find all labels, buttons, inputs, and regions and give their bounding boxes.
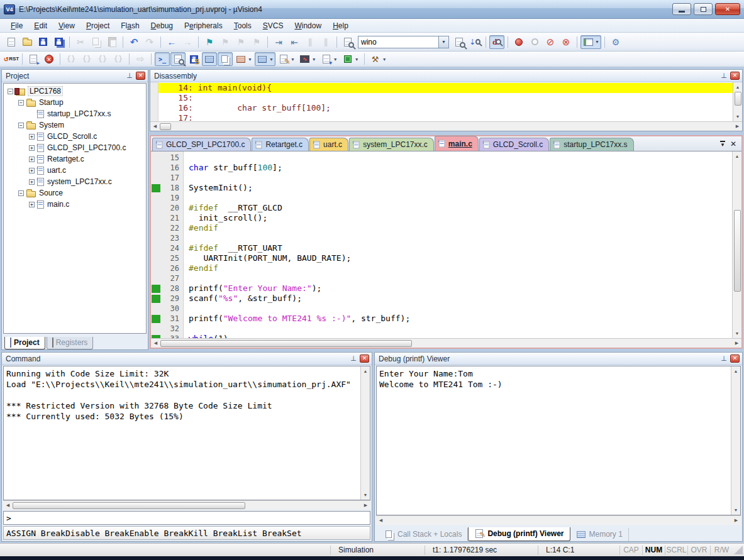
gutter-row[interactable]: 22 — [151, 223, 183, 233]
gutter-row[interactable]: 31 — [151, 314, 183, 324]
close-panel-button[interactable]: ✕ — [730, 354, 740, 363]
gutter-row[interactable]: 32 — [151, 324, 183, 334]
serial-windows-button[interactable]: ✎▼ — [276, 52, 297, 66]
menu-item-edit[interactable]: Edit — [28, 19, 53, 32]
gutter-row[interactable]: 23 — [151, 233, 183, 243]
gutter-row[interactable]: 24 — [151, 243, 183, 253]
save-button[interactable] — [35, 35, 50, 49]
find-in-files-2-button[interactable] — [452, 35, 467, 49]
viewer-vscrollbar[interactable]: ▲ ▼ — [731, 366, 740, 515]
open-file-button[interactable] — [19, 35, 35, 49]
gutter-row[interactable]: 26 — [151, 263, 183, 273]
new-file-button[interactable] — [4, 35, 19, 49]
editor-tab-startup-lpc17xx-s[interactable]: startup_LPC17xx.s — [550, 138, 633, 151]
debug-session-button[interactable]: d — [489, 35, 504, 49]
search-input[interactable] — [358, 36, 438, 48]
tree-item-system[interactable]: −System — [5, 119, 146, 131]
expand-icon[interactable]: + — [29, 134, 35, 140]
command-window-button[interactable]: >_ — [155, 52, 170, 66]
find-in-files-button[interactable] — [340, 35, 355, 49]
save-all-button[interactable] — [51, 35, 66, 49]
scroll-right-icon[interactable]: ▶ — [731, 516, 741, 525]
incremental-find-button[interactable]: ⇣ — [467, 35, 482, 49]
gutter-row[interactable]: 18 — [151, 183, 183, 193]
watch-windows-button[interactable]: ▼ — [233, 52, 254, 66]
system-viewer-button[interactable]: ▼ — [340, 52, 361, 66]
chevron-down-icon[interactable]: ▼ — [248, 57, 252, 62]
symbols-window-button[interactable]: S — [186, 52, 201, 66]
command-vscrollbar[interactable]: ▲ ▼ — [360, 366, 370, 500]
disassembly-lines[interactable]: 14: int main(void){ 15: 16: char str_buf… — [158, 82, 733, 121]
scroll-right-icon[interactable]: ▶ — [732, 339, 741, 348]
configure-button[interactable]: ⚙ — [608, 35, 623, 49]
close-panel-button[interactable]: ✕ — [360, 354, 369, 363]
bookmark-toggle-button[interactable]: ⚑ — [202, 35, 217, 49]
resize-grip[interactable] — [734, 546, 743, 554]
scroll-down-icon[interactable]: ▼ — [731, 505, 741, 515]
code-editor[interactable]: char str_buff[100]; SystemInit(); #ifdef… — [184, 151, 732, 338]
editor-tab-retartget-c[interactable]: Retartget.c — [252, 138, 309, 151]
tree-item-uart-c[interactable]: +uart.c — [5, 165, 146, 176]
scroll-up-icon[interactable]: ▲ — [361, 366, 370, 376]
menu-item-window[interactable]: Window — [289, 19, 327, 32]
scroll-down-icon[interactable]: ▼ — [733, 112, 743, 121]
insert-breakpoint-button[interactable] — [511, 35, 526, 49]
tree-item-main-c[interactable]: +main.c — [5, 199, 146, 210]
tab-call-stack-locals[interactable]: Call Stack + Locals — [379, 528, 468, 541]
scroll-up-icon[interactable]: ▲ — [733, 151, 742, 161]
chevron-down-icon[interactable]: ▼ — [333, 57, 338, 62]
menu-item-view[interactable]: View — [53, 19, 81, 32]
scroll-down-icon[interactable]: ▼ — [733, 329, 742, 338]
window-layout-button[interactable]: ▼ — [580, 35, 601, 49]
editor-tab-main-c[interactable]: main.c — [435, 136, 479, 151]
reset-button[interactable]: ↺RST — [4, 52, 19, 66]
scroll-left-icon[interactable]: ◀ — [150, 122, 160, 131]
scroll-up-icon[interactable]: ▲ — [731, 366, 741, 376]
memory-windows-button[interactable]: ▼ — [255, 52, 275, 66]
disassembly-hscrollbar[interactable]: ◀ ▶ — [150, 121, 742, 131]
chevron-down-icon[interactable]: ▼ — [355, 57, 359, 62]
gutter-row[interactable]: 17 — [151, 173, 183, 183]
tab-list-icon[interactable]: ▼ — [720, 141, 725, 148]
scroll-right-icon[interactable]: ▶ — [361, 501, 370, 510]
chevron-down-icon[interactable]: ▼ — [269, 57, 274, 62]
gutter-row[interactable]: 28 — [151, 283, 183, 294]
scroll-thumb[interactable] — [734, 210, 741, 292]
viewer-output[interactable]: Enter Your Name:TomWelcome to MTE241 Tom… — [377, 366, 731, 515]
scroll-left-icon[interactable]: ◀ — [151, 339, 160, 348]
editor-tab-uart-c[interactable]: uart.c — [309, 138, 348, 151]
gutter-row[interactable]: 15 — [151, 153, 183, 163]
scroll-right-icon[interactable]: ▶ — [733, 122, 742, 131]
command-output[interactable]: Running with Code Size Limit: 32KLoad "E… — [4, 366, 360, 500]
menu-item-debug[interactable]: Debug — [145, 19, 179, 32]
scroll-up-icon[interactable]: ▲ — [733, 82, 743, 92]
collapse-icon[interactable]: − — [18, 190, 24, 196]
gutter-row[interactable]: 29 — [151, 294, 183, 304]
restore-button[interactable] — [694, 3, 713, 15]
kill-all-breakpoints-button[interactable]: ⊗ — [558, 35, 574, 49]
expand-icon[interactable]: + — [29, 145, 35, 151]
scroll-thumb[interactable] — [735, 92, 741, 106]
tree-item-glcd-scroll-c[interactable]: +GLCD_Scroll.c — [5, 131, 146, 142]
chevron-down-icon[interactable]: ▼ — [382, 57, 387, 62]
analysis-windows-button[interactable]: ∿▼ — [297, 52, 318, 66]
tree-item-system-lpc17xx-c[interactable]: +system_LPC17xx.c — [5, 176, 146, 187]
pin-icon[interactable]: ⊥ — [125, 72, 134, 80]
gutter-row[interactable]: 30 — [151, 304, 183, 314]
menu-item-help[interactable]: Help — [327, 19, 354, 32]
disassembly-vscrollbar[interactable]: ▲ ▼ — [733, 82, 742, 121]
gutter-row[interactable]: 20 — [151, 203, 183, 213]
registers-window-button[interactable] — [202, 52, 217, 66]
editor-tab-glcd-spi-lpc1700-c[interactable]: GLCD_SPI_LPC1700.c — [152, 138, 251, 151]
pin-icon[interactable]: ⊥ — [719, 354, 728, 363]
tree-item-lpc1768[interactable]: −LPC1768 — [5, 85, 146, 97]
editor-vscrollbar[interactable]: ▲ ▼ — [732, 151, 741, 338]
tree-item-glcd-spi-lpc1700-c[interactable]: +GLCD_SPI_LPC1700.c — [5, 142, 146, 153]
collapse-icon[interactable]: − — [18, 123, 24, 128]
expand-icon[interactable]: + — [29, 156, 35, 162]
gutter-row[interactable]: 27 — [151, 273, 183, 283]
menu-item-tools[interactable]: Tools — [228, 19, 257, 32]
chevron-down-icon[interactable]: ▼ — [438, 36, 449, 48]
tree-item-retartget-c[interactable]: +Retartget.c — [5, 153, 146, 165]
gutter-row[interactable]: 25 — [151, 253, 183, 263]
